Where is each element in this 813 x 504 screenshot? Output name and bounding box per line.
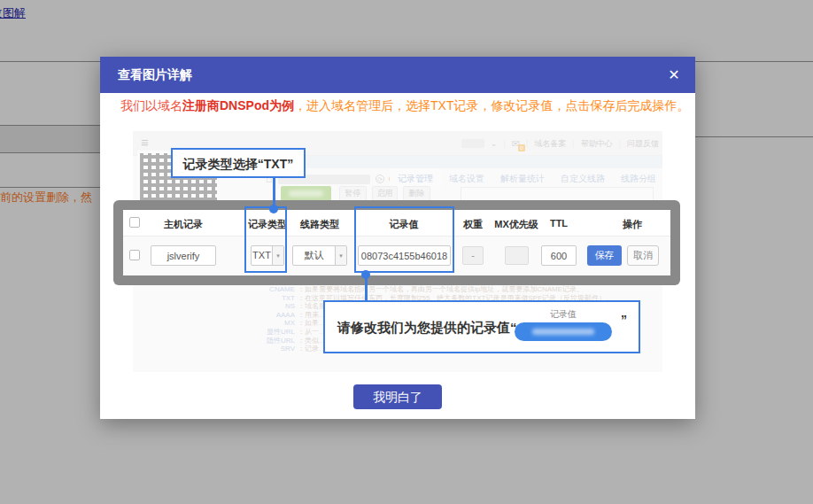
instruction-part2: 注册商DNSPod为例 xyxy=(182,98,294,112)
line-type-select[interactable]: 默认 ▾ xyxy=(292,245,347,266)
screen: 改图解 之前的设置删除，然 查看图片详解 ✕ 我们以域名注册商DNSPod为例，… xyxy=(0,0,813,504)
column-header-ttl: TTL xyxy=(550,218,568,229)
mx-priority-field xyxy=(505,246,529,265)
line-type-value: 默认 xyxy=(293,246,335,265)
close-icon[interactable]: ✕ xyxy=(660,64,688,87)
record-value-pill-blurred xyxy=(515,322,612,341)
record-value-callout: 请修改我们为您提供的记录值“ 记录值 ” xyxy=(323,300,640,353)
callout-top-text: 记录类型选择“TXT” xyxy=(173,157,304,173)
column-header-line: 线路类型 xyxy=(300,218,339,231)
chevron-down-icon: ▾ xyxy=(335,246,346,265)
callout-closing-quote: ” xyxy=(621,313,627,327)
bottom-connector-dot xyxy=(361,270,370,279)
dialog-title: 查看图片详解 xyxy=(118,67,192,83)
pill-field-label: 记录值 xyxy=(515,308,612,321)
top-connector-dot xyxy=(269,205,278,213)
ttl-input[interactable] xyxy=(541,245,577,266)
record-type-highlight xyxy=(244,206,287,273)
instruction-text: 我们以域名注册商DNSPod为例，进入域名管理后，选择TXT记录，修改记录值，点… xyxy=(120,98,689,114)
select-all-checkbox[interactable] xyxy=(129,217,140,228)
column-header-weight: 权重 xyxy=(463,218,483,231)
instruction-part1: 我们以域名 xyxy=(120,98,182,112)
image-detail-dialog: 查看图片详解 ✕ 我们以域名注册商DNSPod为例，进入域名管理后，选择TXT记… xyxy=(100,57,695,419)
row-checkbox[interactable] xyxy=(129,250,140,260)
save-button[interactable]: 保存 xyxy=(587,245,622,266)
column-header-mx: MX优先级 xyxy=(494,218,538,231)
host-record-input[interactable] xyxy=(151,245,216,266)
column-header-host: 主机记录 xyxy=(164,218,203,231)
column-header-action: 操作 xyxy=(623,218,642,231)
weight-field: - xyxy=(462,246,484,265)
record-value-highlight xyxy=(354,206,454,273)
instruction-part3: ，进入域名管理后，选择TXT记录，修改记录值，点击保存后完成操作。 xyxy=(294,98,689,112)
cancel-button[interactable]: 取消 xyxy=(627,245,659,266)
callout-bottom-text: 请修改我们为您提供的记录值“ xyxy=(337,320,517,337)
dialog-header: 查看图片详解 ✕ xyxy=(100,57,695,93)
record-type-callout: 记录类型选择“TXT” xyxy=(171,148,306,178)
confirm-button[interactable]: 我明白了 xyxy=(353,384,442,409)
